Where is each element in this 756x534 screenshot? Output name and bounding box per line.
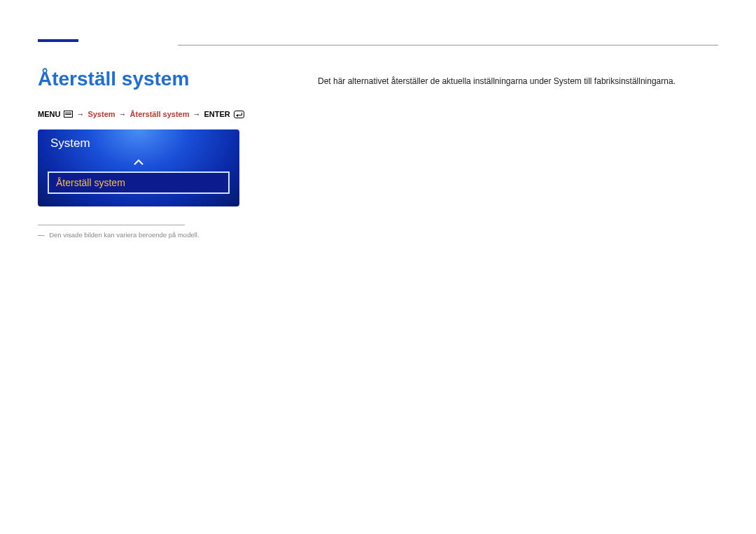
accent-bar: [38, 39, 78, 42]
breadcrumb: MENU → System → Återställ system → ENTER: [38, 110, 276, 118]
menu-icon: [64, 111, 73, 118]
content-area: Återställ system MENU → System → Återstä…: [38, 68, 718, 239]
left-column: Återställ system MENU → System → Återstä…: [38, 68, 276, 239]
osd-panel: System Återställ system: [38, 129, 239, 206]
breadcrumb-menu-label: MENU: [38, 110, 60, 118]
page-title: Återställ system: [38, 68, 276, 90]
breadcrumb-item-reset: Återställ system: [130, 110, 190, 118]
osd-item-reset-system[interactable]: Återställ system: [48, 171, 230, 194]
horizontal-rule: [178, 45, 718, 45]
osd-panel-title: System: [38, 129, 239, 155]
description-text: Det här alternativet återställer de aktu…: [318, 75, 718, 87]
footnote: ― Den visade bilden kan variera beroende…: [38, 231, 276, 239]
footnote-rule: [38, 225, 185, 225]
enter-icon: [234, 111, 244, 118]
breadcrumb-arrow-3: →: [193, 110, 201, 118]
footnote-dash: ―: [38, 231, 45, 239]
breadcrumb-item-system: System: [88, 110, 115, 118]
breadcrumb-arrow-1: →: [76, 110, 84, 118]
footnote-text: Den visade bilden kan variera beroende p…: [49, 231, 199, 239]
chevron-up-icon: [133, 159, 144, 166]
right-column: Det här alternativet återställer de aktu…: [318, 68, 718, 239]
breadcrumb-arrow-2: →: [119, 110, 127, 118]
osd-up-arrow[interactable]: [38, 155, 239, 171]
breadcrumb-enter-label: ENTER: [204, 110, 230, 118]
